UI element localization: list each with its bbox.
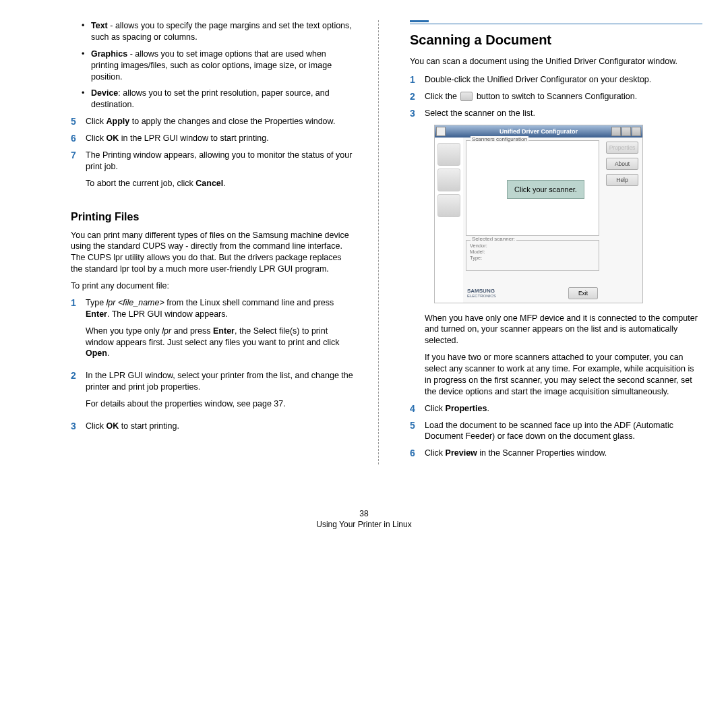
- step-text: Click Apply to apply the changes and clo…: [86, 117, 335, 126]
- callout: Click your scanner.: [507, 180, 584, 199]
- scanners-icon: [437, 169, 460, 191]
- step: 5 Load the document to be scanned face u…: [410, 420, 702, 443]
- step-number: 3: [410, 108, 425, 119]
- selected-scanner-group: Selected scanner: Vendor: Model: Type:: [466, 240, 599, 271]
- screenshot-unified-driver-configurator: Unified Driver Configurator Scanners con…: [434, 125, 643, 303]
- term: Graphics: [91, 49, 127, 59]
- step: 2 Click the button to switch to Scanners…: [410, 91, 702, 102]
- step-text: Click OK to start printing.: [86, 421, 354, 432]
- step-number: 6: [71, 133, 86, 144]
- page-footer: 38 Using Your Printer in Linux: [0, 509, 728, 529]
- properties-button: Properties: [606, 142, 638, 154]
- ports-icon: [437, 194, 460, 217]
- step: 7 The Printing window appears, allowing …: [71, 150, 354, 195]
- paragraph: If you have two or more scanners attache…: [425, 352, 702, 398]
- selected-label: Selected scanner:: [471, 236, 516, 242]
- list-item: Device: allows you to set the print reso…: [91, 88, 354, 111]
- desc: - allows you to set image options that a…: [91, 49, 332, 82]
- step-text: Click Properties.: [425, 404, 489, 413]
- step: 2 In the LPR GUI window, select your pri…: [71, 370, 354, 415]
- left-column: Text - allows you to specify the page ma…: [71, 20, 354, 464]
- scanners-group: Scanners configuration Click your scanne…: [466, 140, 599, 236]
- group-label: Scanners configuration: [471, 136, 528, 142]
- footer-title: Using Your Printer in Linux: [0, 520, 728, 529]
- paragraph: To print any document file:: [71, 280, 354, 292]
- max-icon: [621, 127, 631, 136]
- field: Type:: [470, 255, 595, 261]
- field: Model:: [470, 249, 595, 255]
- step-number: 2: [410, 91, 425, 102]
- term: Text: [91, 21, 108, 30]
- step: 4 Click Properties.: [410, 403, 702, 415]
- window-icon: [436, 127, 446, 136]
- step-number: 6: [410, 448, 425, 459]
- step-extra: To abort the current job, click Cancel.: [86, 178, 354, 189]
- subheading: Printing Files: [71, 211, 354, 223]
- step: 5 Click Apply to apply the changes and c…: [71, 116, 354, 127]
- step-text: Click OK in the LPR GUI window to start …: [86, 133, 269, 143]
- list-item: Graphics - allows you to set image optio…: [91, 49, 354, 83]
- heading-top-bar: [410, 20, 702, 22]
- page-container: Text - allows you to specify the page ma…: [0, 0, 728, 485]
- section-heading: Scanning a Document: [410, 32, 702, 48]
- column-divider: [378, 20, 379, 464]
- paragraph: You can print many different types of fi…: [71, 230, 354, 276]
- left-icon-bar: [435, 138, 463, 303]
- help-button: Help: [606, 174, 638, 186]
- steps-list-right: 1 Double-click the Unified Driver Config…: [410, 74, 702, 119]
- window-titlebar: Unified Driver Configurator: [435, 125, 642, 138]
- step: 1 Double-click the Unified Driver Config…: [410, 74, 702, 86]
- term: Device: [91, 88, 118, 98]
- steps-list-a: 5 Click Apply to apply the changes and c…: [71, 116, 354, 194]
- step-text: Click the button to switch to Scanners C…: [425, 92, 637, 101]
- desc: : allows you to set the print resolution…: [91, 88, 330, 109]
- paragraph: When you have only one MFP device and it…: [425, 313, 702, 347]
- step-text: The Printing window appears, allowing yo…: [86, 150, 354, 173]
- window-controls: [611, 127, 641, 136]
- steps-list-b: 1 Type lpr <file_name> from the Linux sh…: [71, 297, 354, 437]
- step-text: Type lpr <file_name> from the Linux shel…: [86, 297, 354, 320]
- step-text: Load the document to be scanned face up …: [425, 421, 673, 442]
- window-footer: SAMSUNGELECTRONICS Exit: [463, 285, 602, 301]
- step-text: Select the scanner on the list.: [425, 109, 535, 118]
- desc: - allows you to specify the page margins…: [91, 21, 352, 42]
- step: 1 Type lpr <file_name> from the Linux sh…: [71, 297, 354, 365]
- main-area: Scanners configuration Click your scanne…: [463, 138, 602, 303]
- brand-logo: SAMSUNGELECTRONICS: [467, 288, 496, 298]
- about-button: About: [606, 158, 638, 170]
- step-extra: When you type only lpr and press Enter, …: [86, 326, 354, 360]
- step-number: 4: [410, 403, 425, 415]
- bullet-list: Text - allows you to specify the page ma…: [71, 20, 354, 111]
- step-number: 1: [71, 297, 86, 365]
- printers-icon: [437, 143, 460, 166]
- step-text: In the LPR GUI window, select your print…: [86, 370, 354, 393]
- page-number: 38: [0, 509, 728, 518]
- close-icon: [632, 127, 641, 136]
- step-text: Click Preview in the Scanner Properties …: [425, 448, 607, 458]
- window-title: Unified Driver Configurator: [499, 128, 578, 135]
- step-number: 3: [71, 421, 86, 437]
- step-number: 7: [71, 150, 86, 195]
- heading-top-line: [410, 24, 702, 24]
- step-extra: For details about the properties window,…: [86, 398, 354, 410]
- window-body: Scanners configuration Click your scanne…: [435, 138, 642, 303]
- step-text: Double-click the Unified Driver Configur…: [425, 75, 651, 84]
- step-number: 2: [71, 370, 86, 415]
- right-column: Scanning a Document You can scan a docum…: [403, 20, 702, 464]
- intro-text: You can scan a document using the Unifie…: [410, 56, 702, 67]
- step: 3 Select the scanner on the list.: [410, 108, 702, 119]
- step: 6 Click OK in the LPR GUI window to star…: [71, 133, 354, 144]
- right-button-bar: Properties About Help: [602, 138, 642, 303]
- step-number: 1: [410, 74, 425, 86]
- exit-button: Exit: [568, 287, 598, 299]
- field: Vendor:: [470, 243, 595, 249]
- list-item: Text - allows you to specify the page ma…: [91, 20, 354, 43]
- step: 6 Click Preview in the Scanner Propertie…: [410, 448, 702, 459]
- scanner-icon: [460, 92, 473, 101]
- step-number: 5: [410, 420, 425, 443]
- step: 3 Click OK to start printing.: [71, 421, 354, 437]
- steps-list-right-2: 4 Click Properties. 5 Load the document …: [410, 403, 702, 460]
- step-number: 5: [71, 116, 86, 127]
- min-icon: [611, 127, 621, 136]
